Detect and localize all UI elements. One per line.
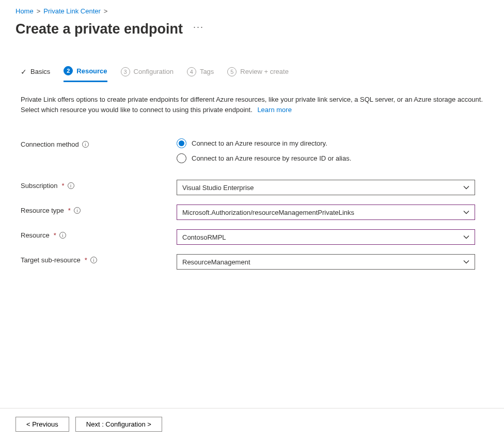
required-asterisk: * bbox=[85, 256, 87, 264]
label-connection-method: Connection method bbox=[21, 140, 79, 148]
radio-icon bbox=[177, 153, 186, 163]
info-icon[interactable]: i bbox=[90, 257, 97, 263]
more-icon[interactable]: ··· bbox=[193, 22, 204, 33]
field-col: Connect to an Azure resource in my direc… bbox=[177, 138, 475, 168]
select-value: ResourceManagement bbox=[182, 258, 250, 266]
breadcrumb-home[interactable]: Home bbox=[15, 7, 34, 15]
required-asterisk: * bbox=[62, 182, 65, 190]
row-target-sub-resource: Target sub-resource * i ResourceManageme… bbox=[21, 254, 483, 270]
field-col: ContosoRMPL bbox=[177, 229, 475, 245]
footer: < Previous Next : Configuration > bbox=[0, 408, 504, 440]
tab-configuration[interactable]: 3 Configuration bbox=[121, 67, 174, 82]
previous-button[interactable]: < Previous bbox=[15, 417, 69, 432]
select-value: Microsoft.Authorization/resourceManageme… bbox=[182, 209, 354, 216]
subscription-select[interactable]: Visual Studio Enterprise bbox=[177, 180, 475, 195]
tab-basics[interactable]: ✓ Basics bbox=[21, 68, 50, 81]
step-number-icon: 2 bbox=[64, 66, 73, 75]
label-col: Resource type * i bbox=[21, 205, 177, 214]
resource-type-select[interactable]: Microsoft.Authorization/resourceManageme… bbox=[177, 205, 475, 220]
label-subscription: Subscription bbox=[21, 182, 58, 190]
required-asterisk: * bbox=[54, 231, 56, 239]
chevron-down-icon bbox=[463, 184, 469, 191]
label-col: Connection method i bbox=[21, 138, 177, 148]
field-col: ResourceManagement bbox=[177, 254, 475, 270]
row-connection-method: Connection method i Connect to an Azure … bbox=[21, 138, 483, 168]
check-icon: ✓ bbox=[21, 68, 27, 76]
label-resource-type: Resource type bbox=[21, 207, 64, 214]
label-target-sub-resource: Target sub-resource bbox=[21, 256, 81, 264]
chevron-down-icon bbox=[463, 209, 469, 215]
description-text: Private Link offers options to create pr… bbox=[0, 82, 504, 115]
tab-label: Configuration bbox=[134, 68, 174, 75]
info-icon[interactable]: i bbox=[82, 141, 89, 148]
label-resource: Resource bbox=[21, 231, 50, 239]
breadcrumb: Home > Private Link Center > bbox=[0, 0, 504, 19]
tab-label: Review + create bbox=[240, 68, 289, 75]
info-icon[interactable]: i bbox=[74, 207, 81, 214]
tabs: ✓ Basics 2 Resource 3 Configuration 4 Ta… bbox=[0, 37, 504, 82]
radio-label: Connect to an Azure resource by resource… bbox=[192, 154, 351, 162]
row-subscription: Subscription * i Visual Studio Enterpris… bbox=[21, 180, 483, 195]
learn-more-link[interactable]: Learn more bbox=[257, 106, 291, 114]
radio-icon bbox=[177, 138, 186, 148]
radio-connect-directory[interactable]: Connect to an Azure resource in my direc… bbox=[177, 138, 475, 148]
tab-label: Tags bbox=[200, 68, 214, 75]
tab-label: Basics bbox=[30, 68, 50, 75]
next-configuration-button[interactable]: Next : Configuration > bbox=[75, 417, 162, 432]
label-col: Subscription * i bbox=[21, 180, 177, 190]
select-value: ContosoRMPL bbox=[182, 233, 226, 241]
resource-select[interactable]: ContosoRMPL bbox=[177, 229, 475, 245]
tab-tags[interactable]: 4 Tags bbox=[187, 67, 214, 82]
required-asterisk: * bbox=[68, 207, 71, 214]
breadcrumb-sep: > bbox=[104, 7, 108, 15]
row-resource-type: Resource type * i Microsoft.Authorizatio… bbox=[21, 205, 483, 220]
tab-resource[interactable]: 2 Resource bbox=[64, 66, 107, 82]
tab-review-create[interactable]: 5 Review + create bbox=[227, 67, 289, 82]
breadcrumb-private-link-center[interactable]: Private Link Center bbox=[43, 7, 101, 15]
step-number-icon: 3 bbox=[121, 67, 130, 76]
info-icon[interactable]: i bbox=[68, 182, 74, 189]
radio-label: Connect to an Azure resource in my direc… bbox=[192, 139, 327, 147]
target-sub-resource-select[interactable]: ResourceManagement bbox=[177, 254, 475, 270]
page-title: Create a private endpoint bbox=[15, 21, 183, 37]
label-col: Resource * i bbox=[21, 229, 177, 239]
tab-label: Resource bbox=[76, 67, 107, 75]
step-number-icon: 4 bbox=[187, 67, 196, 76]
radio-connect-resource-id[interactable]: Connect to an Azure resource by resource… bbox=[177, 153, 475, 163]
field-col: Microsoft.Authorization/resourceManageme… bbox=[177, 205, 475, 220]
breadcrumb-sep: > bbox=[37, 7, 41, 15]
description-content: Private Link offers options to create pr… bbox=[21, 96, 483, 114]
form: Connection method i Connect to an Azure … bbox=[0, 115, 504, 270]
page-title-row: Create a private endpoint ··· bbox=[0, 19, 504, 37]
label-col: Target sub-resource * i bbox=[21, 254, 177, 264]
chevron-down-icon bbox=[463, 259, 469, 265]
step-number-icon: 5 bbox=[227, 67, 237, 76]
select-value: Visual Studio Enterprise bbox=[182, 184, 254, 192]
info-icon[interactable]: i bbox=[59, 232, 66, 239]
chevron-down-icon bbox=[463, 234, 469, 240]
row-resource: Resource * i ContosoRMPL bbox=[21, 229, 483, 245]
field-col: Visual Studio Enterprise bbox=[177, 180, 475, 195]
